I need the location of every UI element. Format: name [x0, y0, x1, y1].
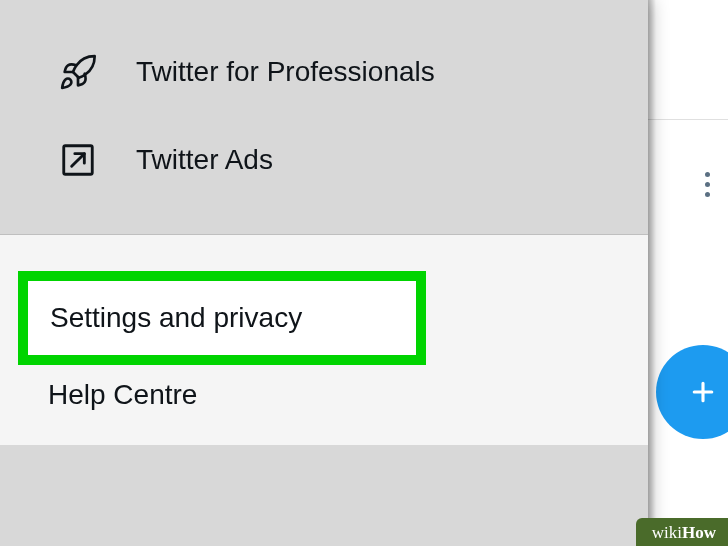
- external-link-box-icon: [56, 138, 100, 182]
- wikihow-watermark: wikiHow: [636, 518, 728, 546]
- menu-label-help: Help Centre: [48, 379, 197, 411]
- menu-item-settings-highlighted[interactable]: Settings and privacy: [18, 271, 426, 365]
- watermark-how: How: [682, 523, 716, 542]
- menu-label-professionals: Twitter for Professionals: [136, 56, 435, 88]
- menu-label-ads: Twitter Ads: [136, 144, 273, 176]
- rocket-icon: [56, 50, 100, 94]
- watermark-wiki: wiki: [652, 523, 682, 542]
- background-top-section: [648, 0, 728, 120]
- menu-section-features: Twitter for Professionals Twitter Ads: [0, 0, 648, 234]
- plus-icon: [688, 377, 718, 407]
- dot-icon: [705, 192, 710, 197]
- drawer-shadow: [648, 0, 656, 546]
- more-options-button[interactable]: [705, 172, 710, 197]
- background-panel: [648, 0, 728, 546]
- dot-icon: [705, 182, 710, 187]
- spacer: [0, 204, 648, 234]
- compose-fab[interactable]: [656, 345, 728, 439]
- dot-icon: [705, 172, 710, 177]
- menu-label-settings: Settings and privacy: [50, 302, 302, 334]
- menu-item-ads[interactable]: Twitter Ads: [0, 116, 648, 204]
- menu-item-professionals[interactable]: Twitter for Professionals: [0, 28, 648, 116]
